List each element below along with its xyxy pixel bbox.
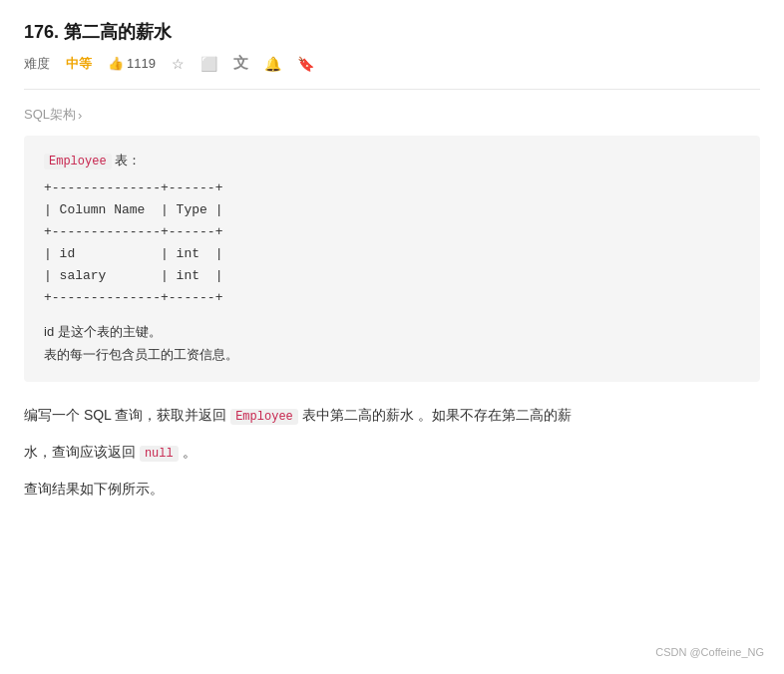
thumbs-up-icon: 👍 [108, 56, 124, 71]
share-icon[interactable]: ⬜ [200, 56, 217, 72]
meta-row: 难度 中等 👍 1119 ☆ ⬜ 文 🔔 🔖 [24, 54, 760, 73]
difficulty-label: 难度 [24, 55, 50, 73]
table-label: Employee 表： [44, 152, 740, 169]
footer-credit: CSDN @Coffeine_NG [655, 646, 764, 658]
title-row: 176. 第二高的薪水 [24, 20, 760, 44]
divider [24, 89, 760, 90]
page-container: 176. 第二高的薪水 难度 中等 👍 1119 ☆ ⬜ 文 🔔 🔖 SQL架构… [0, 0, 784, 532]
bell-icon[interactable]: 🔔 [264, 56, 281, 72]
problem-description: 编写一个 SQL 查询，获取并返回 Employee 表中第二高的薪水 。如果不… [24, 402, 760, 502]
bookmark-icon[interactable]: 🔖 [297, 56, 314, 72]
desc-line3: 查询结果如下例所示。 [24, 476, 760, 503]
desc-line1: 编写一个 SQL 查询，获取并返回 Employee 表中第二高的薪水 。如果不… [24, 402, 760, 429]
problem-title: 176. 第二高的薪水 [24, 20, 172, 44]
inline-null-code: null [140, 446, 179, 462]
schema-box: Employee 表： +--------------+------+ | Co… [24, 136, 760, 382]
schema-table: +--------------+------+ | Column Name | … [44, 177, 740, 310]
desc-line2: 水，查询应该返回 null 。 [24, 439, 760, 466]
star-icon[interactable]: ☆ [172, 56, 185, 72]
table-name: Employee [44, 154, 112, 169]
inline-employee-code: Employee [230, 409, 298, 425]
translate-icon[interactable]: 文 [233, 54, 248, 73]
like-count: 👍 1119 [108, 56, 156, 71]
difficulty-value: 中等 [66, 55, 92, 73]
note-line1: id 是这个表的主键。 [44, 320, 740, 343]
sql-schema-label: SQL架构 [24, 106, 76, 124]
schema-note: id 是这个表的主键。 表的每一行包含员工的工资信息。 [44, 320, 740, 367]
chevron-right-icon: › [78, 108, 82, 123]
sql-schema-link[interactable]: SQL架构 › [24, 106, 760, 124]
note-line2: 表的每一行包含员工的工资信息。 [44, 343, 740, 366]
